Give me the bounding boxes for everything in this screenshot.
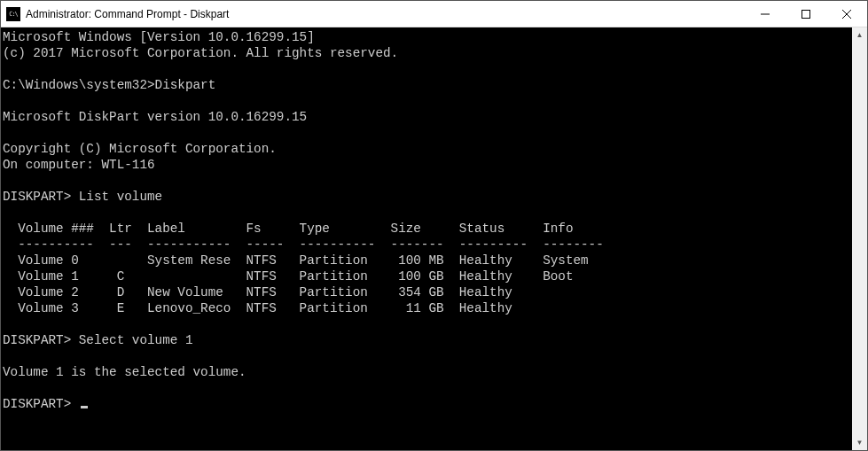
scrollbar[interactable]: ▲ ▼ bbox=[852, 27, 867, 450]
scroll-up-button[interactable]: ▲ bbox=[852, 27, 867, 43]
maximize-button[interactable] bbox=[786, 1, 826, 27]
output-line: DISKPART> List volume bbox=[3, 190, 162, 204]
cmd-icon: C:\ bbox=[6, 7, 20, 21]
cursor-icon bbox=[81, 406, 88, 408]
output-line: Volume 1 is the selected volume. bbox=[3, 365, 246, 379]
output-line: Microsoft DiskPart version 10.0.16299.15 bbox=[3, 110, 307, 124]
table-row: Volume 3 E Lenovo_Reco NTFS Partition 11… bbox=[3, 301, 512, 315]
chevron-up-icon: ▲ bbox=[856, 31, 864, 39]
terminal-wrapper: Microsoft Windows [Version 10.0.16299.15… bbox=[1, 27, 867, 450]
output-line: (c) 2017 Microsoft Corporation. All righ… bbox=[3, 46, 398, 60]
titlebar[interactable]: C:\ Administrator: Command Prompt - Disk… bbox=[1, 1, 867, 27]
table-row: Volume 0 System Rese NTFS Partition 100 … bbox=[3, 253, 589, 268]
table-divider: ---------- --- ----------- ----- -------… bbox=[3, 237, 604, 252]
window-controls bbox=[745, 1, 867, 27]
table-header: Volume ### Ltr Label Fs Type Size Status… bbox=[3, 222, 573, 236]
window-title: Administrator: Command Prompt - Diskpart bbox=[26, 8, 745, 20]
prompt-line: DISKPART> bbox=[3, 397, 79, 411]
table-row: Volume 2 D New Volume NTFS Partition 354… bbox=[3, 285, 512, 299]
svg-rect-1 bbox=[802, 10, 810, 18]
minimize-button[interactable] bbox=[745, 1, 786, 27]
output-line: C:\Windows\system32>Diskpart bbox=[3, 78, 215, 92]
terminal-output[interactable]: Microsoft Windows [Version 10.0.16299.15… bbox=[1, 27, 852, 450]
output-line: Copyright (C) Microsoft Corporation. bbox=[3, 142, 277, 156]
output-line: Microsoft Windows [Version 10.0.16299.15… bbox=[3, 30, 315, 44]
output-line: On computer: WTL-116 bbox=[3, 158, 155, 172]
output-line: DISKPART> Select volume 1 bbox=[3, 333, 193, 347]
close-button[interactable] bbox=[826, 1, 867, 27]
scroll-track[interactable] bbox=[852, 43, 867, 435]
table-row: Volume 1 C NTFS Partition 100 GB Healthy… bbox=[3, 269, 573, 284]
scroll-down-button[interactable]: ▼ bbox=[852, 435, 867, 450]
chevron-down-icon: ▼ bbox=[856, 439, 864, 447]
